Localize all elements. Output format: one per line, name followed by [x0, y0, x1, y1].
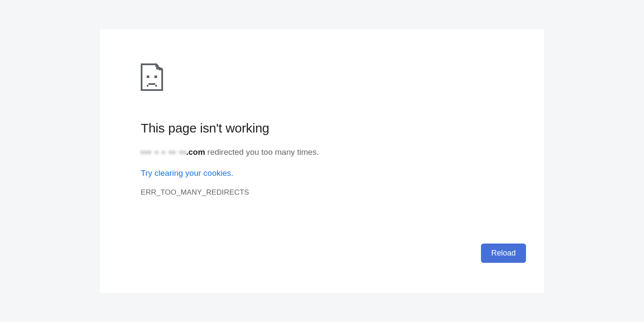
- svg-rect-4: [148, 83, 155, 85]
- clear-cookies-link[interactable]: Try clearing your cookies: [141, 169, 231, 178]
- reload-button[interactable]: Reload: [481, 244, 526, 263]
- suggestion-dot: .: [231, 169, 233, 178]
- svg-rect-2: [147, 75, 149, 78]
- svg-rect-5: [147, 85, 148, 87]
- error-message: ▪▪▪ ▪ ▪ ▪▪ ▪▪.com redirected you too man…: [141, 147, 503, 158]
- svg-rect-3: [154, 75, 157, 78]
- svg-rect-6: [155, 85, 157, 87]
- error-heading: This page isn't working: [141, 121, 503, 135]
- error-code: ERR_TOO_MANY_REDIRECTS: [141, 188, 503, 197]
- suggestion-line: Try clearing your cookies.: [141, 169, 503, 178]
- error-panel: This page isn't working ▪▪▪ ▪ ▪ ▪▪ ▪▪.co…: [100, 29, 544, 293]
- host-obscured: ▪▪▪ ▪ ▪ ▪▪ ▪▪: [141, 147, 187, 158]
- broken-page-icon: [141, 63, 503, 91]
- redirect-text: redirected you too many times.: [205, 147, 319, 156]
- svg-rect-1: [156, 68, 162, 69]
- button-row: Reload: [481, 244, 526, 263]
- host-suffix: .com: [186, 147, 205, 156]
